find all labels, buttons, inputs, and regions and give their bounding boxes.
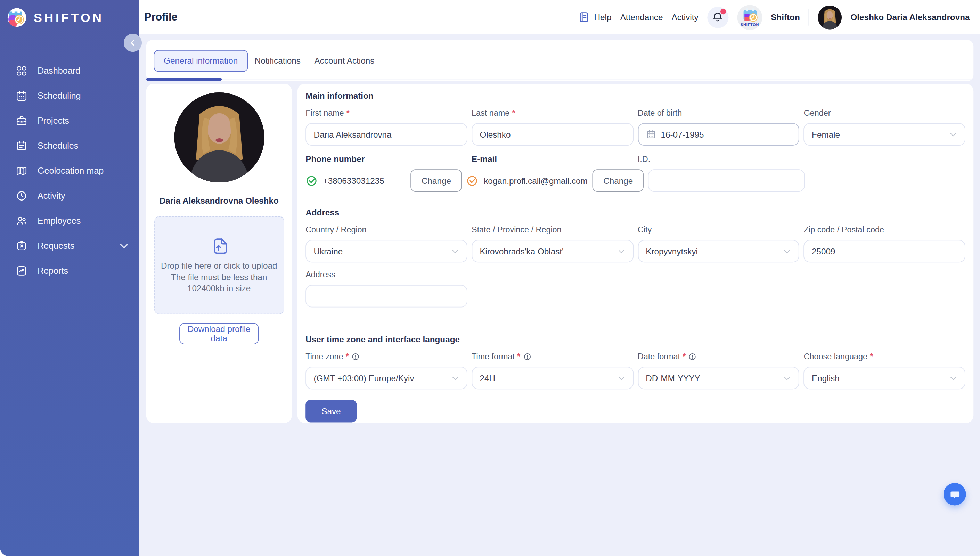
screen: SHIFTON Dashboard Scheduling Projects Sc… (0, 0, 980, 556)
sidebar-item-reports[interactable]: Reports (0, 258, 139, 283)
schedule-note-icon (16, 140, 27, 152)
sidebar-item-employees[interactable]: Employees (0, 208, 139, 233)
gender-label: Gender (804, 108, 965, 118)
zip-input[interactable] (804, 240, 965, 262)
required-marker: * (347, 108, 350, 118)
sidebar-item-projects[interactable]: Projects (0, 108, 139, 133)
company-name: Shifton (771, 13, 800, 22)
gender-select[interactable]: Female (804, 123, 965, 145)
page-title: Profile (144, 11, 177, 23)
activity-link[interactable]: Activity (672, 13, 699, 22)
sidebar-nav: Dashboard Scheduling Projects Schedules … (0, 58, 139, 283)
change-email-button[interactable]: Change (593, 169, 644, 192)
chevron-down-icon (118, 240, 130, 252)
label-text: Time zone (305, 352, 343, 361)
label-text: Country / Region (305, 225, 366, 234)
last-name-input[interactable] (471, 123, 633, 145)
sidebar-item-label: Employees (37, 215, 81, 226)
label-text: Date of birth (638, 108, 682, 118)
chevron-down-icon (617, 247, 625, 255)
sidebar-item-scheduling[interactable]: Scheduling (0, 83, 139, 108)
main-info-labels: First name * Last name * Date of birth G… (305, 100, 965, 123)
calendar-icon (646, 129, 656, 139)
label-text: Zip code / Postal code (804, 225, 884, 234)
time-format-label: Time format * (471, 352, 633, 361)
timezone-label: Time zone * (305, 352, 467, 361)
main-info-fields: 16-07-1995 Female (305, 123, 965, 145)
chevron-down-icon (617, 374, 625, 382)
language-select[interactable]: English (804, 367, 965, 389)
locale-heading: User time zone and interface language (305, 335, 965, 344)
chevron-down-icon (949, 130, 957, 138)
label-text: Date format (638, 352, 680, 361)
id-label: I.D. (638, 154, 799, 164)
label-text: I.D. (638, 154, 650, 164)
chevron-down-icon (949, 374, 957, 382)
upload-file-icon (210, 237, 228, 255)
date-format-select[interactable]: DD-MM-YYYY (638, 367, 799, 389)
profile-form-card: Main information First name * Last name … (297, 84, 974, 423)
change-phone-button[interactable]: Change (411, 169, 462, 192)
tabs-bar: General information Notifications Accoun… (146, 40, 974, 81)
save-button[interactable]: Save (305, 400, 357, 423)
sidebar-item-activity[interactable]: Activity (0, 183, 139, 208)
tab-general-information[interactable]: General information (153, 50, 248, 71)
street-address-input[interactable] (305, 285, 467, 307)
verified-check-icon (467, 175, 479, 187)
download-profile-data-button[interactable]: Download profile data (179, 323, 258, 344)
company-logo[interactable]: SHIFTON (737, 5, 762, 29)
dropzone-line3: 102400kb in size (187, 283, 250, 294)
id-input[interactable] (648, 169, 804, 192)
tab-account-actions[interactable]: Account Actions (308, 56, 381, 65)
city-select[interactable]: Kropyvnytskyi (638, 240, 799, 262)
chevron-down-icon (783, 247, 791, 255)
label-text: City (638, 225, 652, 234)
sidebar-item-requests[interactable]: Requests (0, 233, 139, 258)
tab-notifications[interactable]: Notifications (248, 56, 308, 65)
sidebar-item-label: Activity (37, 191, 65, 200)
help-link[interactable]: Help (578, 11, 612, 23)
state-select[interactable]: Kirovohrads'ka Oblast' (471, 240, 633, 262)
info-icon (351, 352, 360, 361)
file-dropzone[interactable]: Drop file here or click to upload The fi… (154, 216, 284, 314)
shifton-logo-icon (8, 8, 26, 27)
brand-name: SHIFTON (34, 10, 103, 25)
time-format-select[interactable]: 24H (471, 367, 633, 389)
help-doc-icon (578, 11, 590, 23)
chat-widget-button[interactable] (943, 483, 966, 506)
info-icon (523, 352, 531, 361)
street-address-label: Address (305, 270, 467, 280)
sidebar-item-label: Geolocation map (37, 165, 103, 176)
sidebar: SHIFTON Dashboard Scheduling Projects Sc… (0, 0, 139, 556)
tab-label: Notifications (255, 56, 300, 65)
sidebar-collapse-button[interactable] (124, 34, 142, 52)
user-avatar[interactable] (818, 5, 842, 29)
label-text: State / Province / Region (471, 225, 562, 234)
date-of-birth-label: Date of birth (638, 108, 799, 118)
city-value: Kropyvnytskyi (646, 246, 698, 256)
zip-label: Zip code / Postal code (804, 225, 965, 234)
label-text: Time format (471, 352, 515, 361)
email-value: kogan.profi.call@gmail.com (484, 176, 588, 185)
chevron-down-icon (451, 247, 459, 255)
country-select[interactable]: Ukraine (305, 240, 467, 262)
address-heading: Address (305, 208, 965, 218)
sidebar-item-schedules[interactable]: Schedules (0, 133, 139, 158)
chevron-left-icon (129, 39, 137, 47)
user-avatar-image (818, 5, 842, 29)
email-label: E-mail (471, 154, 633, 164)
language-value: English (812, 373, 840, 383)
sidebar-item-geolocation-map[interactable]: Geolocation map (0, 158, 139, 183)
date-of-birth-input[interactable]: 16-07-1995 (638, 123, 799, 145)
request-box-icon (16, 240, 27, 252)
sidebar-item-label: Reports (37, 265, 68, 276)
attendance-link[interactable]: Attendance (620, 13, 663, 22)
profile-full-name: Daria Aleksandrovna Oleshko (146, 196, 292, 206)
first-name-input[interactable] (305, 123, 467, 145)
notifications-button[interactable] (707, 6, 728, 28)
timezone-select[interactable]: (GMT +03:00) Europe/Kyiv (305, 367, 467, 389)
tab-label: Account Actions (315, 56, 375, 65)
main-information-heading: Main information (305, 91, 965, 101)
sidebar-item-dashboard[interactable]: Dashboard (0, 58, 139, 83)
phone-number-value: +380633031235 (323, 176, 384, 185)
